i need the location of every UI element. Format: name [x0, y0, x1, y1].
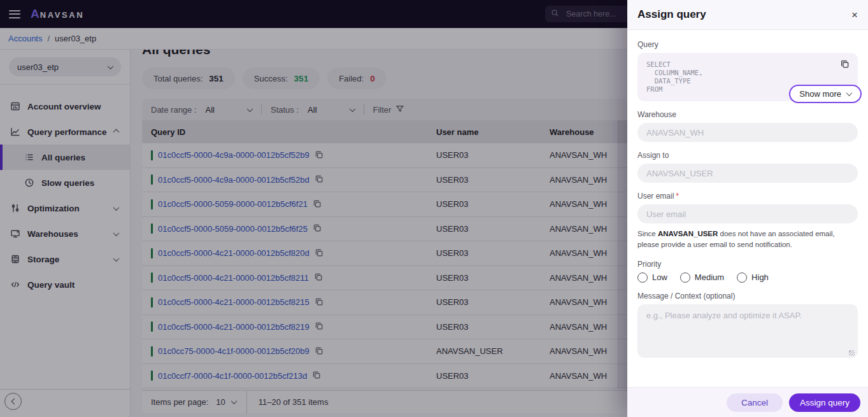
- radio-icon[interactable]: [637, 272, 648, 283]
- app-root: A NAVSAN Accounts / user03_etp user03_et…: [0, 0, 868, 417]
- drawer-title: Assign query: [637, 8, 706, 21]
- email-helper-text: Since ANAVSAN_USER does not have an asso…: [637, 229, 858, 251]
- copy-icon[interactable]: [840, 59, 850, 69]
- priority-radio-group: LowMediumHigh: [637, 272, 858, 283]
- assign-query-drawer: Assign query × Query SELECT COLUMN_NAME,…: [627, 0, 868, 417]
- user-email-input[interactable]: [637, 204, 858, 223]
- message-textarea[interactable]: [637, 304, 858, 358]
- drawer-body: Query SELECT COLUMN_NAME, DATA_TYPE FROM…: [627, 30, 868, 387]
- message-label: Message / Context (optional): [637, 292, 858, 300]
- radio-icon[interactable]: [680, 272, 690, 283]
- assign-query-button[interactable]: Assign query: [789, 393, 860, 412]
- show-more-label: Show more: [799, 89, 841, 99]
- radio-label: High: [751, 272, 769, 282]
- priority-option-medium[interactable]: Medium: [680, 272, 724, 283]
- resize-handle[interactable]: [849, 350, 855, 356]
- drawer-header: Assign query ×: [627, 0, 868, 30]
- priority-label: Priority: [637, 260, 858, 269]
- drawer-footer: Cancel Assign query: [627, 387, 868, 417]
- warehouse-field: [637, 123, 858, 142]
- assign-to-field: [637, 164, 858, 183]
- show-more-button[interactable]: Show more: [789, 85, 862, 103]
- chevron-down-icon: [846, 90, 853, 96]
- user-email-label: User email*: [637, 192, 858, 201]
- priority-option-high[interactable]: High: [737, 272, 769, 283]
- message-field-wrap: [637, 304, 858, 360]
- radio-label: Medium: [695, 272, 724, 282]
- query-label: Query: [637, 40, 858, 49]
- radio-icon[interactable]: [737, 272, 747, 283]
- query-sql-preview: SELECT COLUMN_NAME, DATA_TYPE FROM Show …: [637, 53, 858, 101]
- priority-option-low[interactable]: Low: [637, 272, 667, 283]
- close-icon[interactable]: ×: [851, 10, 858, 20]
- assign-to-label: Assign to: [637, 151, 858, 160]
- warehouse-label: Warehouse: [637, 110, 858, 119]
- radio-label: Low: [652, 272, 667, 282]
- cancel-button[interactable]: Cancel: [727, 393, 783, 412]
- required-asterisk: *: [676, 192, 679, 201]
